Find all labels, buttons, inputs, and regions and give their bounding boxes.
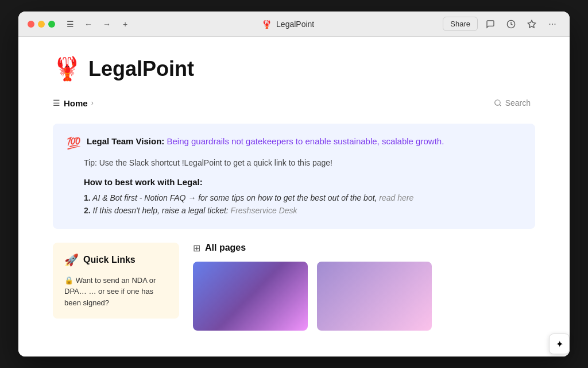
all-pages-section: ⊞ All pages — [193, 243, 535, 331]
float-icon: ✦ — [556, 339, 563, 350]
nda-text: Want to send an NDA or DPA… … or see if … — [64, 276, 156, 307]
titlebar-app-icon: 🦞 — [262, 20, 272, 29]
item1-num: 1. — [84, 193, 91, 202]
how-to-list: 1. AI & Bot first - Notion FAQ → for som… — [67, 191, 521, 217]
share-button[interactable]: Share — [443, 17, 478, 31]
item1-body: AI & Bot first - Notion FAQ → for some t… — [92, 193, 377, 202]
vision-text: Legal Team Vision: Being guardrails not … — [87, 135, 444, 148]
nav-chevron-icon: › — [91, 99, 94, 107]
titlebar: ☰ ← → + 🦞 LegalPoint Share — [18, 12, 570, 37]
quick-links-emoji: 🚀 — [64, 253, 79, 267]
bottom-section: 🚀 Quick Links 🔒 Want to send an NDA or D… — [53, 243, 535, 331]
all-pages-header: ⊞ All pages — [193, 243, 535, 254]
svg-point-2 — [494, 100, 500, 105]
all-pages-title: All pages — [205, 243, 246, 253]
nav-left: ☰ Home › — [53, 98, 94, 108]
svg-marker-1 — [528, 20, 535, 28]
nav-controls: ☰ ← → + — [62, 16, 133, 32]
comment-button[interactable] — [482, 16, 498, 32]
pages-grid — [193, 262, 535, 331]
add-tab-button[interactable]: + — [117, 16, 133, 32]
quick-links-item-1: 🔒 Want to send an NDA or DPA… … or see i… — [64, 275, 168, 309]
freshservice-link[interactable]: Freshservice Desk — [231, 206, 297, 215]
history-button[interactable] — [503, 16, 519, 32]
all-pages-grid-icon: ⊞ — [193, 243, 200, 254]
quick-links-box: 🚀 Quick Links 🔒 Want to send an NDA or D… — [53, 243, 179, 319]
info-box: 💯 Legal Team Vision: Being guardrails no… — [53, 124, 535, 229]
forward-button[interactable]: → — [99, 16, 115, 32]
close-button[interactable] — [28, 21, 34, 28]
item2-num: 2. — [84, 206, 91, 215]
float-action-button[interactable]: ✦ — [549, 334, 570, 354]
nav-bar: ☰ Home › Search — [53, 96, 535, 112]
tip-text: Tip: Use the Slack shortcut !LegalPoint … — [67, 157, 521, 169]
svg-line-3 — [499, 105, 501, 106]
titlebar-app-name: LegalPoint — [276, 20, 314, 29]
page-content: 🦞 LegalPoint ☰ Home › Search 💯 Legal — [18, 37, 570, 356]
star-button[interactable] — [524, 16, 540, 32]
how-to-item-1: 1. AI & Bot first - Notion FAQ → for som… — [84, 191, 521, 204]
page-logo-emoji: 🦞 — [53, 55, 82, 82]
item2-body: If this doesn't help, raise a legal tick… — [93, 206, 229, 215]
nav-list-icon: ☰ — [53, 98, 60, 108]
quick-links-title: Quick Links — [83, 255, 136, 265]
info-emoji: 💯 — [67, 136, 81, 150]
nav-home-link[interactable]: Home — [64, 98, 88, 108]
more-button[interactable]: ··· — [544, 16, 560, 32]
traffic-lights — [28, 21, 55, 28]
titlebar-right: Share ··· — [443, 16, 560, 32]
titlebar-center: 🦞 LegalPoint — [138, 20, 438, 29]
maximize-button[interactable] — [48, 21, 55, 28]
vision-label: Legal Team Vision: — [87, 136, 164, 146]
nav-search-button[interactable]: Search — [489, 96, 535, 110]
info-box-header: 💯 Legal Team Vision: Being guardrails no… — [67, 135, 521, 150]
quick-links-header: 🚀 Quick Links — [64, 253, 168, 267]
vision-body: Being guardrails not gatekeepers to enab… — [167, 136, 444, 146]
page-title: LegalPoint — [88, 57, 194, 81]
minimize-button[interactable] — [38, 21, 45, 28]
back-button[interactable]: ← — [80, 16, 96, 32]
read-here-link[interactable]: read here — [379, 193, 413, 202]
page-card-2[interactable] — [317, 262, 432, 331]
nda-emoji: 🔒 — [64, 276, 74, 285]
how-to-title: How to best work with Legal: — [67, 177, 521, 187]
hamburger-button[interactable]: ☰ — [62, 16, 78, 32]
how-to-item-2: 2. If this doesn't help, raise a legal t… — [84, 204, 521, 217]
search-label: Search — [505, 98, 531, 108]
page-header: 🦞 LegalPoint — [53, 55, 535, 82]
page-card-1[interactable] — [193, 262, 308, 331]
